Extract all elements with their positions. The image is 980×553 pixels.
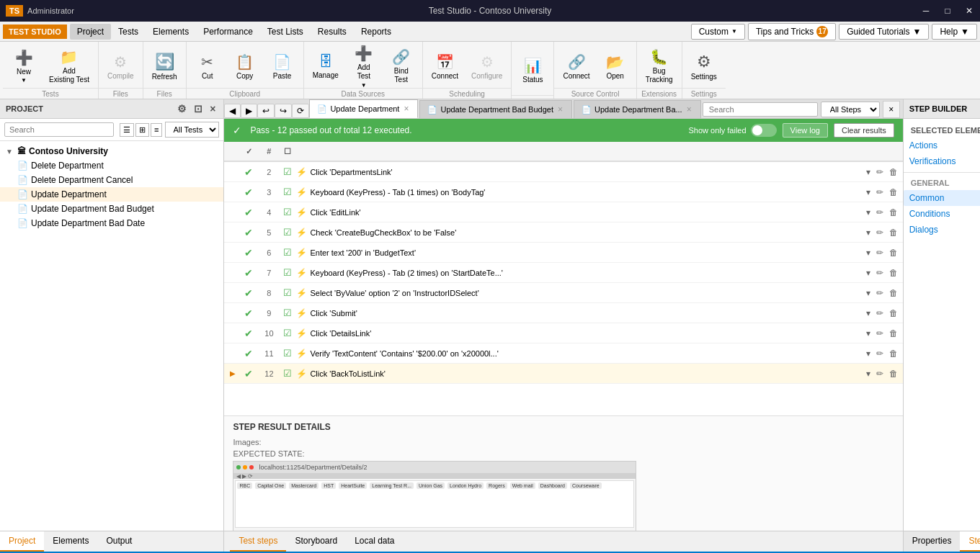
step12-edit-icon[interactable]: ✏: [874, 368, 886, 379]
open-button[interactable]: 📂 Open: [597, 45, 633, 88]
compile-button[interactable]: ⚙ Compile: [102, 45, 140, 88]
step2-expand-icon[interactable]: ▾: [864, 166, 873, 178]
clear-results-button[interactable]: Clear results: [834, 123, 894, 138]
tree-root[interactable]: ▼ 🏛 Contoso University: [0, 144, 223, 158]
tab-update-dept-bad-date[interactable]: 📄 Update Department Ba... ×: [574, 100, 701, 118]
step8-delete-icon[interactable]: 🗑: [887, 287, 900, 299]
step-row-11[interactable]: ✔ 11 ☑ ⚡ Verify 'TextContent' 'Contains'…: [224, 343, 902, 364]
paste-button[interactable]: 📄 Paste: [264, 45, 300, 88]
tab-update-dept-bad-budget[interactable]: 📄 Update Department Bad Budget ×: [419, 100, 572, 118]
step3-expand-icon[interactable]: ▾: [864, 186, 873, 198]
step10-delete-icon[interactable]: 🗑: [887, 328, 900, 339]
step5-edit-icon[interactable]: ✏: [874, 227, 886, 238]
step-row-6[interactable]: ✔ 6 ☑ ⚡ Enter text '200' in 'BudgetText'…: [224, 243, 902, 263]
tree-item-delete-dept[interactable]: 📄 Delete Department: [0, 158, 223, 173]
new-button[interactable]: ➕ New ▼: [6, 45, 42, 88]
menu-elements[interactable]: Elements: [146, 24, 196, 40]
steps-search-input[interactable]: [703, 102, 818, 117]
project-bottom-tab-elements[interactable]: Elements: [44, 531, 97, 552]
tips-tricks-button[interactable]: Tips and Tricks 17: [748, 23, 836, 40]
bottom-tab-test-steps[interactable]: Test steps: [230, 531, 286, 552]
step5-expand-icon[interactable]: ▾: [864, 227, 873, 238]
step11-edit-icon[interactable]: ✏: [874, 348, 886, 359]
step4-expand-icon[interactable]: ▾: [864, 207, 873, 218]
step-row-7[interactable]: ✔ 7 ☑ ⚡ Keyboard (KeyPress) - Tab (2 tim…: [224, 263, 902, 283]
sb-item-verifications[interactable]: Verifications: [904, 153, 980, 169]
add-test-button[interactable]: ➕ AddTest ▼: [346, 45, 382, 88]
tab-reload[interactable]: ⟳: [292, 104, 309, 118]
tab2-close[interactable]: ×: [556, 104, 564, 114]
step-row-2[interactable]: ✔ 2 ☑ ⚡ Click 'DepartmentsLink' ▾ ✏ 🗑: [224, 162, 902, 182]
tab-update-department[interactable]: 📄 Update Department ×: [309, 99, 418, 118]
step6-edit-icon[interactable]: ✏: [874, 247, 886, 258]
custom-dropdown[interactable]: Custom ▼: [691, 24, 745, 40]
step8-edit-icon[interactable]: ✏: [874, 287, 886, 299]
panel-float-icon[interactable]: ⊡: [192, 102, 205, 115]
brand-label[interactable]: TEST STUDIO: [3, 24, 67, 39]
step6-expand-icon[interactable]: ▾: [864, 247, 873, 258]
step7-edit-icon[interactable]: ✏: [874, 267, 886, 279]
sb-item-conditions[interactable]: Conditions: [904, 206, 980, 222]
panel-close-icon[interactable]: ×: [208, 102, 218, 115]
bug-tracking-button[interactable]: 🐛 BugTracking: [640, 45, 679, 88]
tab3-close[interactable]: ×: [685, 104, 693, 114]
step9-edit-icon[interactable]: ✏: [874, 307, 886, 319]
menu-reports[interactable]: Reports: [354, 24, 398, 40]
step-row-4[interactable]: ✔ 4 ☑ ⚡ Click 'EditLink' ▾ ✏ 🗑: [224, 202, 902, 222]
step2-delete-icon[interactable]: 🗑: [887, 166, 900, 178]
step-row-9[interactable]: ✔ 9 ☑ ⚡ Click 'Submit' ▾ ✏ 🗑: [224, 303, 902, 323]
sb-tab-step-builder[interactable]: Step Builder: [960, 531, 980, 552]
menu-test-lists[interactable]: Test Lists: [260, 24, 311, 40]
menu-tests[interactable]: Tests: [111, 24, 146, 40]
add-existing-test-button[interactable]: 📁 AddExisting Test: [43, 45, 95, 88]
step4-delete-icon[interactable]: 🗑: [887, 207, 900, 218]
minimize-button[interactable]: ─: [921, 6, 931, 16]
detail-view-icon[interactable]: ≡: [151, 123, 162, 137]
bottom-tab-local-data[interactable]: Local data: [346, 531, 403, 552]
sb-item-common[interactable]: Common: [904, 190, 980, 206]
connect-scheduling-button[interactable]: 📅 Connect: [426, 45, 464, 88]
panel-settings-icon[interactable]: ⚙: [175, 102, 189, 115]
step9-delete-icon[interactable]: 🗑: [887, 307, 900, 319]
tab-undo[interactable]: ↩: [257, 104, 275, 118]
step12-expand-icon[interactable]: ▾: [864, 368, 873, 379]
step2-edit-icon[interactable]: ✏: [874, 166, 886, 178]
step8-expand-icon[interactable]: ▾: [864, 287, 873, 299]
step9-expand-icon[interactable]: ▾: [864, 307, 873, 319]
cut-button[interactable]: ✂ Cut: [190, 45, 226, 88]
menu-results[interactable]: Results: [311, 24, 354, 40]
list-view-icon[interactable]: ☰: [120, 123, 134, 137]
step3-edit-icon[interactable]: ✏: [874, 186, 886, 198]
menu-project[interactable]: Project: [70, 24, 111, 40]
step11-expand-icon[interactable]: ▾: [864, 348, 873, 359]
copy-button[interactable]: 📋 Copy: [227, 45, 263, 88]
step4-edit-icon[interactable]: ✏: [874, 207, 886, 218]
step-row-10[interactable]: ✔ 10 ☑ ⚡ Click 'DetailsLink' ▾ ✏ 🗑: [224, 323, 902, 343]
project-search-input[interactable]: [4, 122, 114, 137]
step10-edit-icon[interactable]: ✏: [874, 328, 886, 339]
step12-delete-icon[interactable]: 🗑: [887, 368, 900, 379]
tab-redo[interactable]: ↪: [275, 104, 292, 118]
step6-delete-icon[interactable]: 🗑: [887, 247, 900, 258]
tree-item-delete-dept-cancel[interactable]: 📄 Delete Department Cancel: [0, 173, 223, 187]
sb-item-actions[interactable]: Actions: [904, 138, 980, 153]
tree-item-update-dept[interactable]: 📄 Update Department: [0, 187, 223, 202]
status-button[interactable]: 📊 Status: [514, 48, 551, 91]
tree-item-update-dept-budget[interactable]: 📄 Update Department Bad Budget: [0, 202, 223, 216]
step-row-3[interactable]: ✔ 3 ☑ ⚡ Keyboard (KeyPress) - Tab (1 tim…: [224, 182, 902, 202]
step7-expand-icon[interactable]: ▾: [864, 267, 873, 279]
show-only-failed-toggle[interactable]: [751, 124, 777, 137]
close-button[interactable]: ✕: [964, 6, 974, 16]
step10-expand-icon[interactable]: ▾: [864, 328, 873, 339]
sb-tab-properties[interactable]: Properties: [904, 531, 961, 552]
refresh-button[interactable]: 🔄 Refresh: [146, 45, 183, 88]
tab-nav-forward[interactable]: ▶: [241, 104, 257, 118]
tab-nav-back[interactable]: ◀: [224, 104, 241, 118]
view-log-button[interactable]: View log: [783, 123, 828, 138]
bind-test-button[interactable]: 🔗 BindTest: [383, 45, 419, 88]
configure-button[interactable]: ⚙ Configure: [466, 45, 508, 88]
step5-delete-icon[interactable]: 🗑: [887, 227, 900, 238]
connect-sc-button[interactable]: 🔗 Connect: [557, 45, 595, 88]
step3-delete-icon[interactable]: 🗑: [887, 186, 900, 198]
guided-tutorials-button[interactable]: Guided Tutorials ▼: [839, 24, 929, 40]
